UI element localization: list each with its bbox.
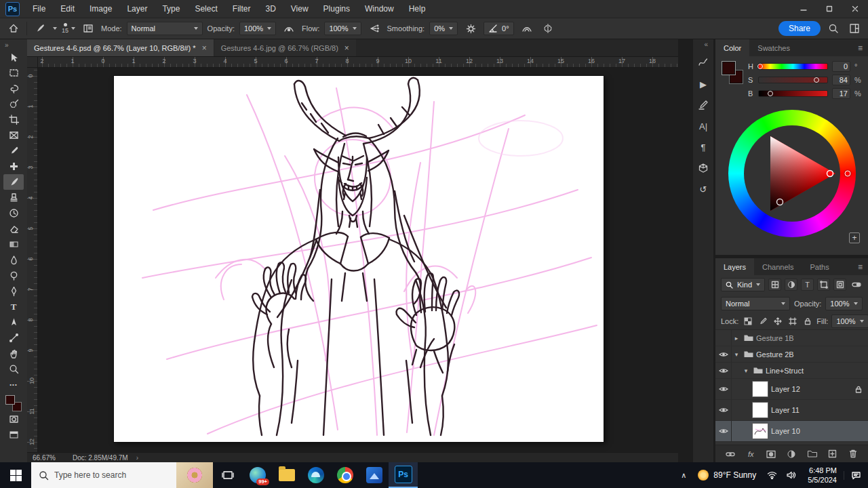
panel-menu-icon[interactable]: ≡ [858, 262, 868, 272]
tab-swatches[interactable]: Swatches [749, 39, 798, 56]
layer-row-layer-11[interactable]: Layer 11 [715, 400, 868, 421]
color-wheel[interactable]: + [722, 104, 861, 243]
weather-widget[interactable]: 89°F Sunny [692, 470, 762, 481]
frame-tool[interactable] [3, 127, 24, 143]
minimize-button[interactable] [791, 0, 816, 18]
zoom-level[interactable]: 66.67% [33, 454, 56, 462]
menu-help[interactable]: Help [401, 0, 433, 18]
start-button[interactable] [0, 462, 31, 488]
menu-select[interactable]: Select [187, 0, 224, 18]
marquee-tool[interactable] [3, 65, 24, 81]
visibility-toggle[interactable] [715, 330, 732, 346]
layer-thumbnail[interactable] [752, 381, 768, 397]
blur-tool[interactable] [3, 252, 24, 268]
pressure-opacity-icon[interactable] [281, 20, 297, 37]
symmetry-icon[interactable] [540, 20, 556, 37]
edit-toolbar-ellipsis[interactable]: ••• [3, 377, 24, 392]
tab-paths[interactable]: Paths [802, 258, 837, 275]
adjustment-layer-icon[interactable] [785, 447, 798, 461]
zoom-tool[interactable] [3, 361, 24, 377]
path-selection-tool[interactable] [3, 314, 24, 330]
foreground-background-swatches[interactable] [5, 395, 22, 411]
brushes-panel-icon[interactable] [695, 56, 711, 70]
new-layer-icon[interactable] [826, 447, 840, 461]
visibility-toggle[interactable] [715, 421, 732, 441]
toolbar-collapse-icon[interactable]: » [0, 41, 9, 49]
brightness-value[interactable]: 17 [832, 88, 850, 99]
layer-row-line-struct[interactable]: ▾ Line+Struct [715, 363, 868, 379]
visibility-toggle[interactable] [715, 346, 732, 362]
document-tab-inactive[interactable]: Gestures 4-6.jpg @ 66.7% (RGB/8) × [214, 39, 356, 56]
tab-color[interactable]: Color [715, 39, 749, 56]
link-layers-icon[interactable] [724, 447, 737, 461]
hidden-icons-chevron[interactable]: ∧ [675, 471, 692, 480]
dropdown-caret-icon[interactable] [53, 27, 57, 30]
filter-toggle-icon[interactable] [850, 279, 863, 291]
healing-brush-tool[interactable] [3, 159, 24, 174]
brightness-slider[interactable] [758, 90, 828, 97]
lock-all-icon[interactable] [802, 315, 813, 327]
brush-tool[interactable] [3, 174, 24, 190]
search-icon[interactable] [825, 20, 842, 37]
smoothing-options-gear-icon[interactable] [462, 20, 479, 37]
quick-selection-tool[interactable] [3, 96, 24, 112]
expand-arrow-icon[interactable]: ▸ [732, 335, 741, 342]
filter-shape-layers-icon[interactable] [817, 279, 830, 291]
brush-settings-toggle-icon[interactable] [80, 20, 96, 37]
menu-view[interactable]: View [283, 0, 316, 18]
smoothing-select[interactable]: 0% [429, 22, 458, 35]
layer-row-gesture-1b[interactable]: ▸ Gesture 1B [715, 330, 868, 346]
expand-arrow-icon[interactable]: ▾ [732, 351, 741, 358]
filter-type-layers-icon[interactable]: T [801, 279, 814, 291]
menu-type[interactable]: Type [155, 0, 187, 18]
color-panel-swatches[interactable] [722, 62, 743, 83]
hue-slider-thumb[interactable] [757, 64, 763, 69]
expand-arrow-icon[interactable]: ▾ [741, 367, 751, 374]
quick-mask-mode-icon[interactable] [3, 411, 24, 427]
filter-kind-select[interactable]: Kind [721, 278, 765, 291]
hue-slider[interactable] [758, 63, 828, 70]
menu-window[interactable]: Window [357, 0, 401, 18]
wifi-icon[interactable] [762, 471, 782, 479]
menu-file[interactable]: File [25, 0, 53, 18]
close-button[interactable] [842, 0, 868, 18]
taskbar-search[interactable] [31, 462, 213, 488]
share-button[interactable]: Share [778, 21, 821, 36]
flow-select[interactable]: 100% [324, 22, 361, 35]
screen-mode-icon[interactable] [3, 427, 24, 443]
pen-tool[interactable] [3, 283, 24, 299]
dock-collapse-icon[interactable]: « [704, 41, 713, 49]
taskbar-app-chrome[interactable] [330, 462, 359, 488]
tab-channels[interactable]: Channels [754, 258, 802, 275]
menu-edit[interactable]: Edit [53, 0, 82, 18]
opacity-select[interactable]: 100% [239, 22, 276, 35]
taskbar-app-photos[interactable] [359, 462, 389, 488]
dodge-tool[interactable] [3, 268, 24, 283]
action-center-button[interactable] [844, 471, 868, 480]
menu-image[interactable]: Image [82, 0, 119, 18]
panel-menu-icon[interactable]: ≡ [858, 43, 868, 53]
filter-adjustment-layers-icon[interactable] [785, 279, 797, 291]
layer-effects-icon[interactable]: fx [744, 447, 757, 461]
taskbar-app-edge[interactable] [301, 462, 330, 488]
blend-mode-select[interactable]: Normal [127, 22, 203, 35]
menu-3d[interactable]: 3D [258, 0, 283, 18]
lock-artboard-icon[interactable] [787, 315, 798, 327]
saturation-value[interactable]: 84 [832, 75, 850, 85]
libraries-3d-panel-icon[interactable] [695, 161, 711, 176]
tab-close-icon[interactable]: × [344, 43, 349, 53]
add-mask-icon[interactable] [764, 447, 778, 461]
taskbar-app-file-explorer[interactable] [272, 462, 301, 488]
document-tab-active[interactable]: Gestures 4-6.psd @ 66.7% (Layer 10, RGB/… [27, 39, 214, 56]
menu-filter[interactable]: Filter [225, 0, 258, 18]
brush-angle-field[interactable]: 0° [484, 22, 514, 35]
taskbar-app-photoshop[interactable]: Ps [389, 462, 418, 488]
tab-layers[interactable]: Layers [715, 258, 754, 275]
layer-fill-select[interactable]: 100% [831, 314, 868, 328]
hue-ring-marker[interactable] [844, 171, 850, 177]
lock-pixels-icon[interactable] [757, 315, 768, 327]
visibility-toggle[interactable] [715, 363, 732, 378]
new-group-icon[interactable] [806, 447, 819, 461]
task-view-button[interactable] [213, 462, 243, 488]
character-panel-icon[interactable]: A| [695, 119, 711, 134]
